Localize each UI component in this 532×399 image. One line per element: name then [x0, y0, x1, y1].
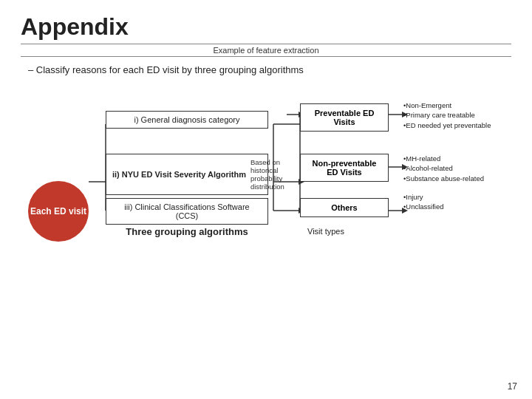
others-box: Others — [300, 198, 389, 217]
preventable-label: Preventable ED Visits — [315, 109, 375, 126]
others-label: Others — [331, 203, 357, 212]
subtitle-bar: Example of feature extraction — [21, 44, 511, 57]
classify-text: – Classify reasons for each ED visit by … — [28, 64, 511, 75]
algo-box-iii: iii) Clinical Classifications Software (… — [106, 198, 268, 225]
algo-iii-label: iii) Clinical Classifications Software (… — [124, 202, 249, 220]
each-ed-visit-oval: Each ED visit — [28, 181, 89, 242]
algo-box-i: i) General diagnosis category — [106, 111, 268, 129]
bullet-item: •MH-related — [403, 154, 484, 163]
bullets-preventable: •Non-Emergent•Primary care treatable•ED … — [403, 100, 491, 130]
bullet-item: •Primary care treatable — [403, 110, 491, 120]
diagram-container: Each ED visit i) General diagnosis categ… — [21, 89, 523, 310]
bullet-item: •Non-Emergent — [403, 100, 491, 110]
bullets-others: •Injury•Unclassified — [403, 192, 444, 212]
three-grouping-label: Three grouping algorithms — [106, 226, 268, 237]
algo-box-ii: ii) NYU ED Visit Severity Algorithm Base… — [106, 154, 268, 195]
each-ed-visit-label: Each ED visit — [30, 206, 86, 216]
bullet-item: •ED needed yet preventable — [403, 120, 491, 130]
subtitle-text: Example of feature extraction — [213, 46, 318, 55]
visit-types-label: Visit types — [307, 227, 344, 236]
bullet-item: •Alcohol-related — [403, 163, 484, 173]
algo-i-label: i) General diagnosis category — [134, 115, 239, 124]
non-preventable-box: Non-preventable ED Visits — [300, 154, 389, 182]
bullets-non-preventable: •MH-related•Alcohol-related•Substance ab… — [403, 154, 484, 183]
bullet-item: •Injury — [403, 192, 444, 202]
non-preventable-label: Non-preventable ED Visits — [313, 159, 377, 177]
page-title: Appendix — [21, 13, 511, 41]
bullet-item: •Unclassified — [403, 202, 444, 211]
page: Appendix Example of feature extraction –… — [0, 0, 532, 399]
algo-ii-based-on: Based on historical probability distribu… — [250, 158, 284, 191]
page-number: 17 — [508, 381, 517, 392]
bullet-item: •Substance abuse-related — [403, 174, 484, 183]
algo-ii-label: ii) NYU ED Visit Severity Algorithm — [112, 170, 246, 179]
preventable-box: Preventable ED Visits — [300, 103, 389, 132]
